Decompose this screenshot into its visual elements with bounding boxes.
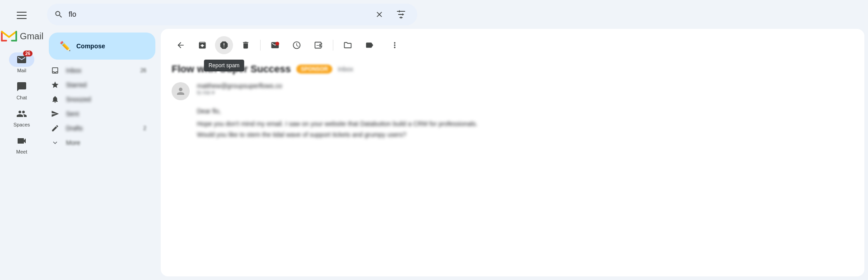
label-icon [365,41,374,50]
chat-nav-icon-bg [9,79,34,94]
main-area: flo ✏️ Compose [43,0,868,280]
delete-icon [241,41,250,50]
email-body: Dear flo, Hope you don't mind my email. … [172,107,854,138]
inbox-count: 26 [140,67,146,74]
mail-nav-icon-bg: 26 [9,52,34,67]
chat-nav-label: Chat [16,95,27,100]
more-chevron-icon [51,138,60,147]
sidebar-item-inbox[interactable]: Inbox 26 [43,63,154,78]
email-greeting: Dear flo, [197,107,854,115]
search-bar: flo [47,4,417,25]
svg-rect-3 [401,17,401,19]
sidebar-item-starred[interactable]: Starred [43,78,154,92]
toolbar-divider-1 [260,40,261,51]
inbox-label: Inbox [66,67,134,74]
sidebar-item-drafts[interactable]: Drafts 2 [43,121,154,135]
sidebar-item-snoozed[interactable]: Snoozed [43,92,154,107]
starred-label: Starred [66,81,146,89]
sender-details: to me ▾ [197,89,854,96]
sender-email: matthew@groupsuperflows.co [197,82,854,89]
top-bar: flo [43,0,868,29]
compose-button[interactable]: ✏️ Compose [49,33,155,60]
label-button[interactable] [360,36,378,54]
add-task-icon [314,41,323,50]
mail-badge: 26 [23,51,33,56]
email-sponsor-badge: SPONSOR [296,65,332,74]
snooze-icon [51,95,60,104]
more-dots-icon [390,41,399,50]
compose-label: Compose [76,42,105,50]
sidebar-wide: ✏️ Compose Inbox 26 Starred [43,29,161,280]
drafts-icon [51,124,60,133]
sidebar-item-spaces[interactable]: Spaces [4,104,40,129]
search-clear-button[interactable] [372,7,387,22]
svg-rect-2 [402,14,403,16]
email-body-line2: Would you like to stem the tidal wave of… [197,131,854,138]
chat-icon [16,81,27,92]
toolbar-divider-2 [333,40,333,51]
email-header: matthew@groupsuperflows.co to me ▾ [172,82,854,100]
hamburger-button[interactable] [11,5,33,26]
email-area: Report spam [161,29,864,276]
sidebar-item-mail[interactable]: 26 Mail [4,50,40,75]
meet-nav-label: Meet [16,149,27,154]
mark-unread-button[interactable] [266,36,284,54]
search-filter-button[interactable] [392,5,410,23]
gmail-logo: Gmail [0,30,43,42]
inbox-icon [51,66,60,75]
sidebar-item-sent[interactable]: Sent [43,107,154,121]
content-area: ✏️ Compose Inbox 26 Starred [43,29,868,280]
sent-icon [51,109,60,118]
more-button[interactable] [386,36,404,54]
email-subject: Flow with Super Success SPONSOR Inbox [172,63,854,75]
search-input[interactable]: flo [69,10,367,19]
gmail-m-icon [0,30,18,42]
star-icon [51,80,60,89]
sender-avatar [172,82,190,100]
more-label: More [66,139,80,146]
drafts-count: 2 [143,125,146,131]
narrow-sidebar: Gmail 26 Mail Chat Spaces [0,0,43,280]
person-icon [175,86,186,97]
drafts-label: Drafts [66,125,137,132]
sent-label: Sent [66,110,146,117]
email-badge-extra: Inbox [338,65,353,73]
sidebar-item-meet[interactable]: Meet [4,131,40,156]
email-body-line1: Hope you don't mind my email. I saw on y… [197,120,854,127]
email-subject-text: Flow with Super Success [172,63,291,75]
sidebar-item-chat[interactable]: Chat [4,77,40,102]
clear-icon [375,10,384,19]
move-icon [343,41,352,50]
back-arrow-icon [176,41,185,50]
meet-nav-icon-bg [9,134,34,148]
compose-pencil-icon: ✏️ [60,41,71,51]
move-to-button[interactable] [339,36,357,54]
svg-rect-1 [399,10,400,13]
archive-button[interactable] [193,36,211,54]
delete-button[interactable] [237,36,255,54]
snooze-clock-icon [292,41,301,50]
archive-icon [198,41,207,50]
sidebar-item-more[interactable]: More [43,135,154,150]
svg-point-4 [275,42,279,46]
gmail-text: Gmail [20,31,43,42]
back-button[interactable] [172,36,190,54]
filter-icon [396,9,406,19]
meet-icon [16,135,27,146]
spaces-nav-label: Spaces [14,122,30,127]
email-toolbar: Report spam [172,36,854,54]
mark-unread-icon [271,41,280,50]
report-spam-button[interactable]: Report spam [215,36,233,54]
mail-nav-label: Mail [17,68,26,73]
snoozed-label: Snoozed [66,96,146,103]
spaces-nav-icon-bg [9,107,34,121]
sender-info: matthew@groupsuperflows.co to me ▾ [197,82,854,96]
add-task-button[interactable] [309,36,327,54]
snooze-button[interactable] [288,36,306,54]
spam-icon [219,40,229,50]
search-icon [54,10,63,19]
spaces-icon [16,108,27,119]
